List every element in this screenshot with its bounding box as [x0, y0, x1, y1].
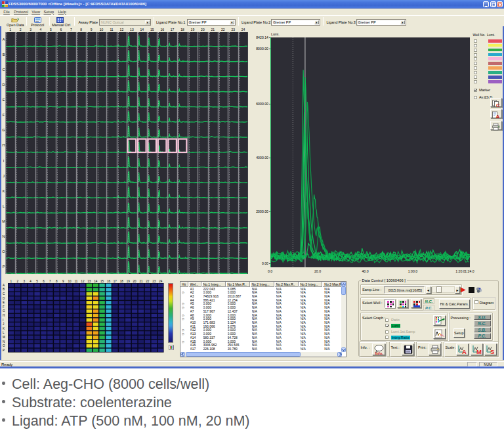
svg-text:A: A — [495, 114, 499, 119]
svg-text:C: C — [496, 102, 500, 108]
svg-text:S: S — [490, 348, 494, 355]
svg-text:M: M — [476, 348, 482, 355]
svg-text:Info.: Info. — [375, 351, 384, 355]
svg-text:A: A — [462, 348, 467, 355]
